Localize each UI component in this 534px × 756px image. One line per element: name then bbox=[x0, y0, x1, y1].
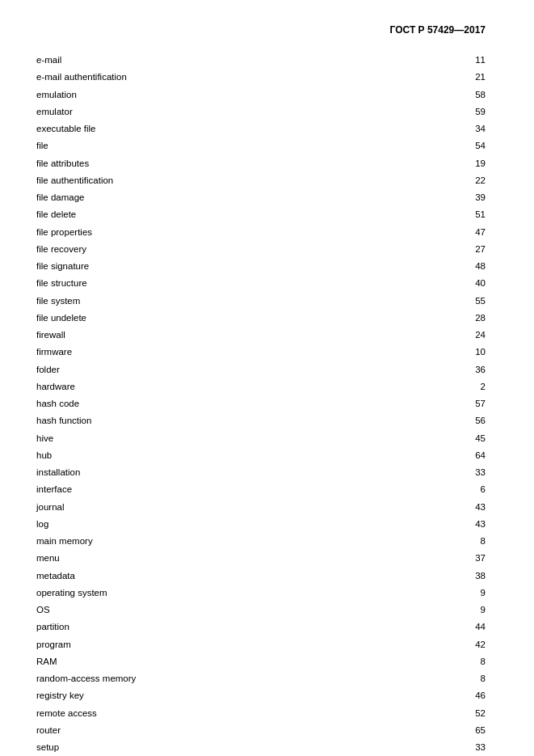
term-cell: file delete bbox=[36, 206, 437, 223]
term-cell: folder bbox=[36, 361, 437, 378]
page-number-cell: 2 bbox=[437, 378, 486, 395]
table-row: file delete51 bbox=[36, 206, 486, 223]
term-cell: executable file bbox=[36, 120, 437, 137]
term-cell: hardware bbox=[36, 378, 437, 395]
term-cell: file damage bbox=[36, 189, 437, 206]
page-number-cell: 11 bbox=[437, 52, 486, 69]
document-title: ГОСТ Р 57429—2017 bbox=[390, 24, 486, 36]
table-row: OS9 bbox=[36, 602, 486, 619]
table-row: hub64 bbox=[36, 447, 486, 464]
page-number-cell: 34 bbox=[437, 120, 486, 137]
table-row: program42 bbox=[36, 636, 486, 653]
page-number-cell: 51 bbox=[437, 206, 486, 223]
page-number-cell: 55 bbox=[437, 293, 486, 310]
page-number-cell: 8 bbox=[437, 670, 486, 687]
page-number-cell: 59 bbox=[437, 103, 486, 120]
term-cell: hive bbox=[36, 430, 437, 447]
page-number-cell: 44 bbox=[437, 619, 486, 636]
page-number-cell: 46 bbox=[437, 687, 486, 704]
page-number-cell: 28 bbox=[437, 310, 486, 327]
term-cell: e-mail bbox=[36, 52, 437, 69]
page-number-cell: 10 bbox=[437, 344, 486, 361]
page-number-cell: 42 bbox=[437, 636, 486, 653]
page-number-cell: 22 bbox=[437, 172, 486, 189]
page-number-cell: 64 bbox=[437, 447, 486, 464]
table-row: registry key46 bbox=[36, 687, 486, 704]
table-row: e-mail11 bbox=[36, 52, 486, 69]
term-cell: hub bbox=[36, 447, 437, 464]
term-cell: firewall bbox=[36, 327, 437, 344]
page-header: ГОСТ Р 57429—2017 bbox=[36, 24, 486, 36]
table-row: metadata38 bbox=[36, 568, 486, 585]
page-number-cell: 36 bbox=[437, 361, 486, 378]
table-row: file authentification22 bbox=[36, 172, 486, 189]
term-cell: interface bbox=[36, 481, 437, 498]
term-cell: menu bbox=[36, 550, 437, 567]
page: ГОСТ Р 57429—2017 e-mail11e-mail authent… bbox=[0, 0, 534, 756]
term-cell: main memory bbox=[36, 533, 437, 550]
page-number-cell: 33 bbox=[437, 739, 486, 756]
table-row: file undelete28 bbox=[36, 310, 486, 327]
table-row: installation33 bbox=[36, 464, 486, 481]
term-cell: operating system bbox=[36, 585, 437, 602]
term-cell: setup bbox=[36, 739, 437, 756]
term-cell: router bbox=[36, 722, 437, 739]
term-cell: hash function bbox=[36, 412, 437, 429]
term-cell: emulation bbox=[36, 87, 437, 103]
table-row: log43 bbox=[36, 516, 486, 533]
table-row: partition44 bbox=[36, 619, 486, 636]
table-row: file properties47 bbox=[36, 224, 486, 241]
term-cell: emulator bbox=[36, 103, 437, 120]
term-cell: program bbox=[36, 636, 437, 653]
page-number-cell: 8 bbox=[437, 653, 486, 670]
table-row: emulator59 bbox=[36, 103, 486, 120]
table-row: executable file34 bbox=[36, 120, 486, 137]
term-cell: hash code bbox=[36, 395, 437, 412]
page-number-cell: 43 bbox=[437, 499, 486, 516]
table-row: file attributes19 bbox=[36, 155, 486, 172]
term-cell: file structure bbox=[36, 275, 437, 292]
term-cell: partition bbox=[36, 619, 437, 636]
table-row: main memory8 bbox=[36, 533, 486, 550]
table-row: file54 bbox=[36, 137, 486, 154]
table-row: remote access52 bbox=[36, 705, 486, 722]
term-cell: registry key bbox=[36, 687, 437, 704]
term-cell: file attributes bbox=[36, 155, 437, 172]
page-number-cell: 6 bbox=[437, 481, 486, 498]
table-row: router65 bbox=[36, 722, 486, 739]
page-number-cell: 52 bbox=[437, 705, 486, 722]
page-number-cell: 9 bbox=[437, 585, 486, 602]
table-row: folder36 bbox=[36, 361, 486, 378]
table-row: hash function56 bbox=[36, 412, 486, 429]
page-number-cell: 43 bbox=[437, 516, 486, 533]
term-cell: e-mail authentification bbox=[36, 69, 437, 86]
term-cell: random-access memory bbox=[36, 670, 437, 687]
term-cell: firmware bbox=[36, 344, 437, 361]
page-number-cell: 8 bbox=[437, 533, 486, 550]
term-cell: file recovery bbox=[36, 241, 437, 258]
page-number-cell: 58 bbox=[437, 87, 486, 103]
page-number-cell: 39 bbox=[437, 189, 486, 206]
term-cell: journal bbox=[36, 499, 437, 516]
table-row: hardware2 bbox=[36, 378, 486, 395]
term-cell: log bbox=[36, 516, 437, 533]
table-row: random-access memory8 bbox=[36, 670, 486, 687]
page-number-cell: 45 bbox=[437, 430, 486, 447]
term-cell: file signature bbox=[36, 258, 437, 275]
page-number-cell: 37 bbox=[437, 550, 486, 567]
term-cell: remote access bbox=[36, 705, 437, 722]
table-row: menu37 bbox=[36, 550, 486, 567]
page-number-cell: 21 bbox=[437, 69, 486, 86]
table-row: hive45 bbox=[36, 430, 486, 447]
page-number-cell: 38 bbox=[437, 568, 486, 585]
table-row: emulation58 bbox=[36, 87, 486, 103]
table-row: firewall24 bbox=[36, 327, 486, 344]
table-row: interface6 bbox=[36, 481, 486, 498]
term-cell: installation bbox=[36, 464, 437, 481]
term-cell: file system bbox=[36, 293, 437, 310]
page-number-cell: 57 bbox=[437, 395, 486, 412]
term-cell: OS bbox=[36, 602, 437, 619]
page-number-cell: 19 bbox=[437, 155, 486, 172]
page-number-cell: 9 bbox=[437, 602, 486, 619]
page-number-cell: 24 bbox=[437, 327, 486, 344]
